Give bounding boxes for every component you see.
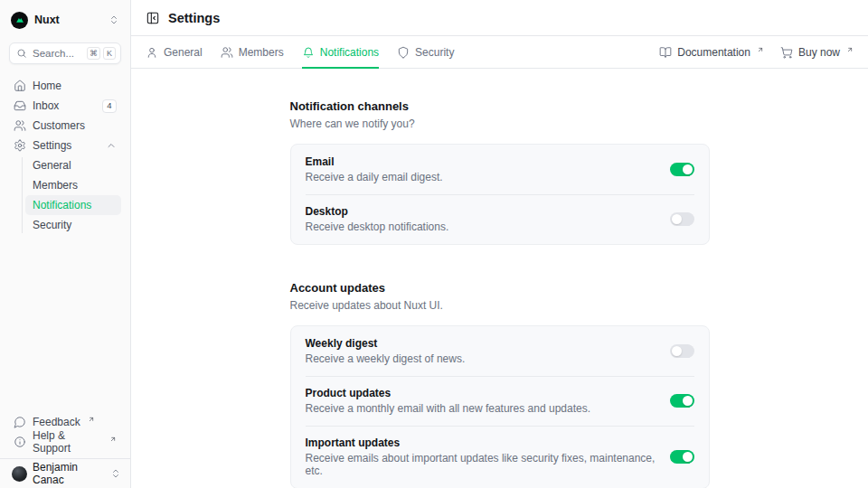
user-name: Benjamin Canac bbox=[33, 461, 105, 486]
search-input[interactable]: Search... ⌘ K bbox=[9, 42, 121, 64]
avatar bbox=[12, 466, 27, 482]
user-menu[interactable]: Benjamin Canac bbox=[0, 458, 130, 488]
desktop-toggle[interactable] bbox=[670, 212, 694, 226]
sidebar-item-label: Customers bbox=[33, 119, 85, 132]
setting-description: Receive a weekly digest of news. bbox=[306, 352, 466, 365]
settings-card: Weekly digest Receive a weekly digest of… bbox=[290, 325, 710, 488]
settings-card: Email Receive a daily email digest. Desk… bbox=[290, 144, 710, 245]
external-link-icon bbox=[757, 46, 764, 53]
inbox-count-badge: 4 bbox=[102, 99, 117, 113]
toggle-knob bbox=[683, 452, 693, 462]
sidebar-item-notifications[interactable]: Notifications bbox=[25, 195, 121, 215]
section-subheading: Receive updates about Nuxt UI. bbox=[290, 299, 710, 312]
message-circle-icon bbox=[14, 416, 26, 428]
person-icon bbox=[146, 46, 158, 59]
sidebar-item-general[interactable]: General bbox=[25, 155, 121, 175]
tab-notifications[interactable]: Notifications bbox=[302, 36, 379, 68]
external-link-icon bbox=[88, 416, 95, 423]
setting-title: Important updates bbox=[306, 436, 670, 449]
external-link-icon bbox=[109, 436, 117, 443]
setting-row-weekly-digest: Weekly digest Receive a weekly digest of… bbox=[291, 326, 709, 376]
info-circle-icon bbox=[14, 436, 26, 448]
weekly-digest-toggle[interactable] bbox=[670, 344, 694, 358]
chevron-up-icon bbox=[106, 140, 117, 151]
users-icon bbox=[221, 46, 233, 59]
sidebar-item-settings[interactable]: Settings bbox=[9, 136, 121, 155]
email-toggle[interactable] bbox=[670, 163, 694, 176]
setting-title: Weekly digest bbox=[306, 337, 466, 350]
sidebar-main: Nuxt Search... ⌘ K Home Inbox 4 Cu bbox=[0, 0, 130, 458]
chevrons-up-down-icon bbox=[108, 14, 119, 25]
sidebar-item-label: Notifications bbox=[33, 199, 91, 211]
setting-row-email: Email Receive a daily email digest. bbox=[291, 145, 709, 194]
documentation-link[interactable]: Documentation bbox=[659, 46, 764, 59]
action-label: Buy now bbox=[798, 46, 840, 59]
toggle-knob bbox=[672, 214, 682, 224]
buy-now-link[interactable]: Buy now bbox=[780, 46, 854, 59]
tabbar: General Members Notifications Security D… bbox=[131, 36, 868, 69]
section-notification-channels: Notification channels Where can we notif… bbox=[290, 99, 710, 245]
sidebar-item-inbox[interactable]: Inbox 4 bbox=[9, 96, 121, 116]
tab-members[interactable]: Members bbox=[221, 36, 284, 68]
users-icon bbox=[14, 119, 26, 132]
tabbar-actions: Documentation Buy now bbox=[659, 36, 854, 68]
tabs: General Members Notifications Security bbox=[146, 36, 454, 68]
gear-icon bbox=[14, 139, 26, 152]
book-open-icon bbox=[659, 46, 672, 59]
shopping-cart-icon bbox=[780, 46, 793, 59]
sidebar-item-label: General bbox=[33, 159, 71, 172]
product-updates-toggle[interactable] bbox=[670, 394, 694, 408]
sidebar-item-members[interactable]: Members bbox=[25, 175, 121, 195]
page-title: Settings bbox=[168, 11, 220, 25]
tab-label: Members bbox=[239, 46, 284, 59]
setting-description: Receive a monthly email with all new fea… bbox=[306, 402, 591, 415]
section-heading: Account updates bbox=[290, 281, 710, 295]
section-heading: Notification channels bbox=[290, 99, 710, 113]
sidebar-item-home[interactable]: Home bbox=[9, 76, 121, 96]
inbox-icon bbox=[14, 99, 26, 112]
toggle-knob bbox=[672, 346, 682, 356]
kbd-cmd: ⌘ bbox=[87, 47, 100, 60]
sidebar: Nuxt Search... ⌘ K Home Inbox 4 Cu bbox=[0, 0, 131, 488]
sidebar-item-label: Security bbox=[33, 219, 71, 231]
sidebar-item-label: Inbox bbox=[33, 99, 59, 112]
kbd-k: K bbox=[103, 47, 116, 60]
tab-label: General bbox=[164, 46, 203, 59]
tab-label: Security bbox=[415, 46, 454, 59]
sidebar-item-label: Help & Support bbox=[33, 429, 102, 455]
search-shortcut: ⌘ K bbox=[87, 47, 116, 60]
setting-row-desktop: Desktop Receive desktop notifications. bbox=[291, 194, 709, 244]
sidebar-footer: Feedback Help & Support bbox=[9, 412, 121, 458]
chevrons-up-down-icon bbox=[110, 468, 121, 479]
setting-title: Desktop bbox=[306, 205, 449, 218]
tab-general[interactable]: General bbox=[146, 36, 203, 68]
action-label: Documentation bbox=[677, 46, 750, 59]
section-subheading: Where can we notify you? bbox=[290, 117, 710, 130]
sidebar-item-security[interactable]: Security bbox=[25, 215, 121, 235]
toggle-knob bbox=[683, 396, 693, 406]
shield-icon bbox=[397, 46, 410, 59]
setting-title: Email bbox=[306, 155, 443, 168]
sidebar-item-customers[interactable]: Customers bbox=[9, 116, 121, 136]
settings-children: General Members Notifications Security bbox=[9, 155, 121, 235]
content: Notification channels Where can we notif… bbox=[131, 69, 868, 488]
toggle-knob bbox=[683, 164, 693, 174]
important-updates-toggle[interactable] bbox=[670, 450, 694, 464]
workspace-name: Nuxt bbox=[34, 14, 60, 26]
setting-row-product-updates: Product updates Receive a monthly email … bbox=[291, 376, 709, 426]
sidebar-item-label: Members bbox=[33, 179, 78, 192]
tab-label: Notifications bbox=[320, 46, 379, 59]
sidebar-item-help-support[interactable]: Help & Support bbox=[9, 432, 121, 452]
setting-description: Receive a daily email digest. bbox=[306, 171, 443, 183]
home-icon bbox=[14, 80, 26, 92]
nuxt-logo-icon bbox=[11, 12, 28, 29]
search-icon bbox=[16, 48, 27, 59]
collapse-sidebar-icon[interactable] bbox=[146, 11, 160, 25]
setting-row-important-updates: Important updates Receive emails about i… bbox=[291, 426, 709, 488]
tab-security[interactable]: Security bbox=[397, 36, 454, 68]
sidebar-item-label: Feedback bbox=[33, 416, 80, 428]
workspace-switcher[interactable]: Nuxt bbox=[9, 9, 121, 31]
main-header: Settings bbox=[131, 0, 868, 36]
sidebar-item-label: Home bbox=[33, 80, 61, 92]
sidebar-item-label: Settings bbox=[33, 139, 71, 152]
